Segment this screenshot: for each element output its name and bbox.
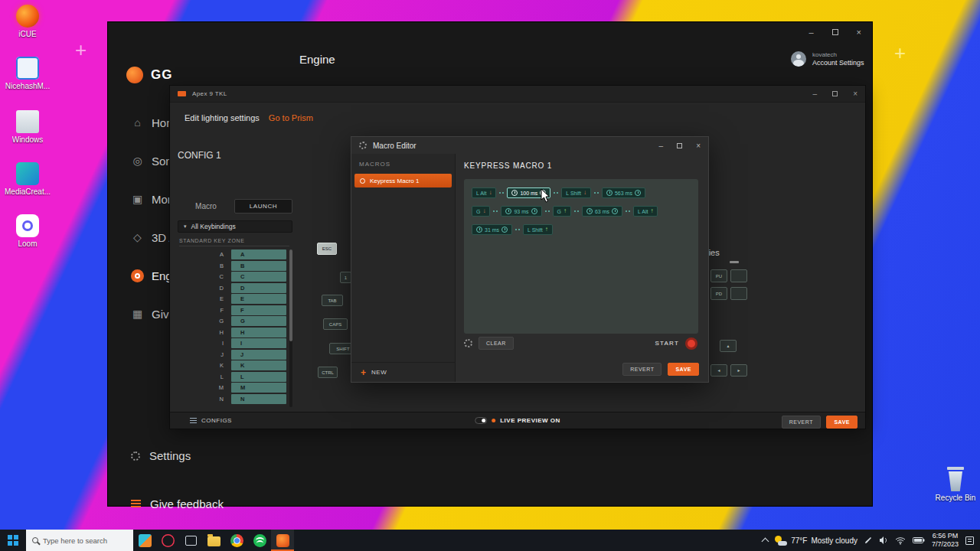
key-binding-row[interactable]: NN — [178, 394, 286, 404]
key-binding-bar[interactable]: C — [231, 272, 286, 282]
key-binding-row[interactable]: JJ — [178, 350, 286, 360]
keycap-ctrl[interactable]: CTRL — [318, 367, 338, 378]
macro-canvas[interactable]: L Alt↓100 msL Shift↓563 msG↓93 msG↑63 ms… — [464, 179, 698, 334]
minimize-icon[interactable]: – — [813, 90, 818, 98]
keycap-pgup[interactable]: PU — [710, 269, 727, 282]
key-binding-bar[interactable]: E — [231, 294, 286, 304]
desktop-icon-icue[interactable]: iCUE — [3, 5, 52, 38]
revert-button[interactable]: REVERT — [782, 416, 821, 429]
key-binding-bar[interactable]: I — [231, 338, 286, 348]
key-binding-bar[interactable]: D — [231, 283, 286, 293]
delay-chip[interactable]: 63 ms — [582, 206, 622, 217]
save-button[interactable]: SAVE — [668, 363, 699, 376]
task-view-taskbar-icon[interactable] — [179, 530, 202, 551]
desktop-icon-nicehash[interactable]: NicehashM... — [3, 57, 52, 90]
close-icon[interactable]: × — [857, 28, 861, 37]
keycap-arrow-left[interactable]: ◄ — [710, 364, 727, 377]
file-explorer-taskbar-icon[interactable] — [202, 530, 225, 551]
key-up-chip[interactable]: L Alt↑ — [633, 206, 658, 217]
keycap-caps[interactable]: CAPS — [323, 318, 348, 330]
maximize-icon[interactable] — [832, 29, 838, 35]
go-to-prism-link[interactable]: Go to Prism — [269, 113, 313, 122]
keycap-1[interactable]: 1 — [340, 272, 351, 283]
desktop-icon-loom[interactable]: Loom — [3, 214, 52, 248]
clear-button[interactable]: CLEAR — [479, 337, 514, 350]
desktop-icon-windows[interactable]: Windows — [3, 110, 52, 144]
revert-button[interactable]: REVERT — [622, 363, 662, 376]
desktop-icon-mediacreate[interactable]: MediaCreat... — [3, 162, 52, 196]
key-binding-bar[interactable]: J — [231, 350, 286, 360]
delay-chip[interactable]: 31 ms — [472, 224, 512, 235]
live-preview-toggle[interactable] — [475, 417, 487, 424]
key-binding-row[interactable]: DD — [178, 283, 286, 293]
key-down-chip[interactable]: L Alt↓ — [472, 187, 496, 198]
opera-taskbar-icon[interactable] — [156, 530, 179, 551]
key-binding-bar[interactable]: A — [231, 249, 286, 259]
key-binding-row[interactable]: LL — [178, 372, 286, 382]
account-settings-link[interactable]: Account Settings — [812, 59, 864, 67]
new-macro-button[interactable]: + NEW — [351, 362, 455, 382]
taskbar-search[interactable] — [26, 530, 133, 551]
recycle-bin-icon[interactable]: Recycle Bin — [931, 465, 980, 502]
key-binding-bar[interactable]: B — [231, 261, 286, 271]
key-binding-row[interactable]: AA — [178, 249, 286, 259]
keycap-arrow-up[interactable]: ▲ — [720, 340, 737, 352]
key-up-chip[interactable]: L Shift↑ — [523, 224, 553, 235]
key-binding-row[interactable]: GG — [178, 316, 286, 326]
key-binding-bar[interactable]: H — [231, 328, 286, 337]
key-binding-bar[interactable]: G — [231, 316, 286, 326]
pen-tray-icon[interactable] — [864, 536, 872, 544]
save-button[interactable]: SAVE — [826, 416, 858, 429]
keycap[interactable] — [730, 287, 747, 300]
apex-titlebar[interactable]: Apex 9 TKL – × — [170, 86, 865, 103]
key-binding-row[interactable]: HH — [178, 328, 286, 337]
key-binding-bar[interactable]: L — [231, 372, 286, 382]
launch-button[interactable]: LAUNCH — [234, 199, 292, 214]
key-binding-row[interactable]: BB — [178, 261, 286, 271]
photos-taskbar-icon[interactable] — [133, 530, 156, 551]
keycap-tab[interactable]: TAB — [322, 295, 343, 306]
account-widget[interactable]: kovatech Account Settings — [791, 51, 864, 67]
keycap-esc[interactable]: ESC — [317, 243, 337, 255]
delay-chip[interactable]: 93 ms — [501, 206, 541, 217]
speaker-tray-icon[interactable] — [879, 536, 888, 545]
maximize-icon[interactable] — [677, 143, 682, 148]
key-binding-row[interactable]: KK — [178, 360, 286, 370]
sidebar-item-feedback[interactable]: Give feedback — [131, 497, 224, 510]
minimize-icon[interactable]: – — [659, 142, 664, 150]
configs-button[interactable]: CONFIGS — [190, 417, 232, 424]
macro-list-item[interactable]: Keypress Macro 1 — [354, 174, 452, 187]
key-binding-bar[interactable]: M — [231, 383, 286, 393]
taskbar-clock[interactable]: 6:56 PM 7/7/2023 — [932, 532, 959, 549]
key-up-chip[interactable]: G↑ — [553, 206, 571, 217]
key-binding-row[interactable]: II — [178, 338, 286, 348]
key-down-chip[interactable]: G↓ — [472, 206, 490, 217]
tab-macro[interactable]: Macro — [178, 202, 234, 210]
delay-chip[interactable]: 100 ms — [507, 187, 550, 198]
macro-editor-titlebar[interactable]: Macro Editor – × — [351, 137, 708, 154]
wifi-tray-icon[interactable] — [895, 536, 906, 545]
key-down-chip[interactable]: L Shift↓ — [561, 187, 591, 198]
scrollbar-thumb[interactable] — [289, 249, 292, 341]
search-input[interactable] — [43, 536, 127, 545]
keybindings-dropdown[interactable]: ▾ All Keybindings — [178, 220, 292, 233]
key-binding-bar[interactable]: K — [231, 360, 286, 370]
keycap-arrow-right[interactable]: ► — [730, 364, 747, 377]
close-icon[interactable]: × — [853, 90, 858, 98]
key-binding-row[interactable]: EE — [178, 294, 286, 304]
key-binding-bar[interactable]: N — [231, 394, 286, 404]
key-binding-bar[interactable]: F — [231, 305, 286, 315]
key-binding-row[interactable]: CC — [178, 272, 286, 282]
chrome-taskbar-icon[interactable] — [225, 530, 248, 551]
delay-chip[interactable]: 563 ms — [602, 187, 645, 198]
start-button[interactable] — [0, 530, 26, 551]
weather-widget[interactable]: 77°F Mostly cloudy — [775, 536, 858, 546]
minimize-icon[interactable]: – — [808, 28, 813, 37]
keycap[interactable] — [730, 269, 747, 282]
key-binding-row[interactable]: FF — [178, 305, 286, 315]
keycap-pgdn[interactable]: PD — [710, 287, 727, 300]
spotify-taskbar-icon[interactable] — [248, 530, 271, 551]
battery-tray-icon[interactable] — [913, 536, 925, 544]
sidebar-item-settings[interactable]: Settings — [131, 449, 191, 462]
macro-settings-gear-icon[interactable] — [464, 339, 472, 347]
